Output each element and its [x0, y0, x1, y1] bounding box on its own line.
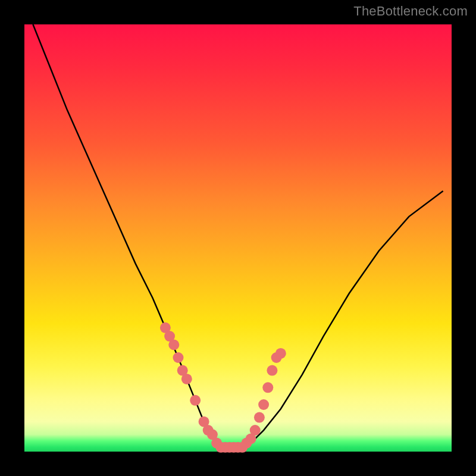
plot-area — [24, 24, 452, 452]
data-dot — [254, 412, 265, 423]
data-dots-group — [160, 322, 286, 453]
data-dot — [250, 425, 261, 436]
data-dot — [258, 399, 269, 410]
data-dot — [262, 382, 273, 393]
data-dot — [275, 348, 286, 359]
data-dot — [237, 442, 248, 453]
data-dot — [173, 352, 184, 363]
chart-frame: TheBottleneck.com — [0, 0, 476, 476]
data-dot — [190, 395, 201, 406]
data-dot — [168, 340, 179, 350]
watermark-text: TheBottleneck.com — [353, 4, 468, 19]
data-dot — [267, 365, 277, 376]
bottleneck-curve — [33, 24, 443, 447]
bottleneck-curve-svg — [24, 24, 452, 452]
data-dot — [181, 374, 192, 384]
